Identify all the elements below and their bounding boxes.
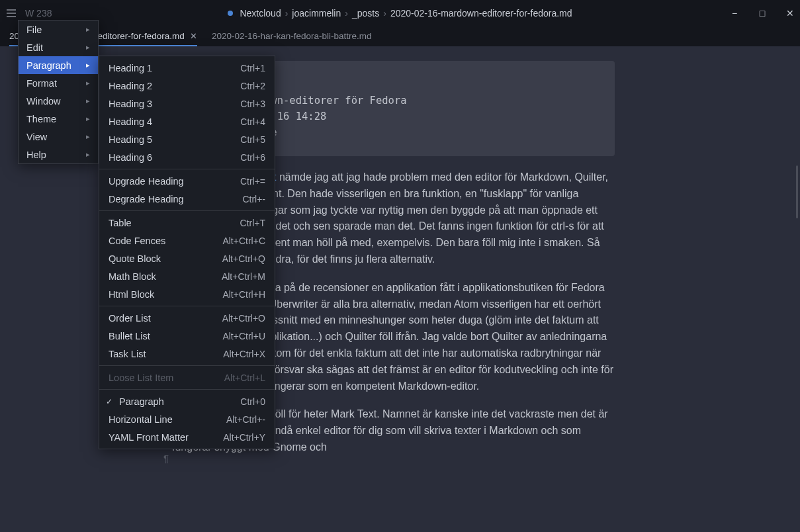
main-menu: File▸Edit▸Paragraph▸Format▸Window▸Theme▸… xyxy=(18,20,99,164)
check-icon: ✓ xyxy=(106,397,115,406)
submenu-item-label: Code Fences xyxy=(109,236,165,246)
chevron-right-icon: ▸ xyxy=(86,114,90,123)
submenu-item-bullet-list[interactable]: Bullet ListAlt+Ctrl+U xyxy=(99,327,275,345)
submenu-item-quote-block[interactable]: Quote BlockAlt+Ctrl+Q xyxy=(99,249,275,267)
menu-item-view[interactable]: View▸ xyxy=(19,128,98,146)
crumb-3[interactable]: 2020-02-16-mardown-editorer-for-fedora.m… xyxy=(390,8,572,19)
menu-icon[interactable] xyxy=(5,7,17,19)
menu-item-label: Window xyxy=(26,96,61,107)
submenu-item-label: Heading 4 xyxy=(109,116,152,127)
submenu-item-yaml-front-matter[interactable]: YAML Front MatterAlt+Ctrl+Y xyxy=(99,428,275,446)
submenu-item-label: Heading 1 xyxy=(109,63,152,73)
submenu-item-heading-6[interactable]: Heading 6Ctrl+6 xyxy=(99,148,275,166)
menu-item-help[interactable]: Help▸ xyxy=(19,146,98,163)
submenu-item-heading-2[interactable]: Heading 2Ctrl+2 xyxy=(99,77,275,95)
submenu-item-paragraph[interactable]: ✓ParagraphCtrl+0 xyxy=(99,392,275,410)
submenu-item-heading-1[interactable]: Heading 1Ctrl+1 xyxy=(99,59,275,77)
shortcut-label: Ctrl+6 xyxy=(240,152,265,163)
submenu-item-label: Heading 3 xyxy=(109,99,152,109)
chevron-right-icon: › xyxy=(285,8,289,19)
shortcut-label: Alt+Ctrl+Y xyxy=(223,432,265,443)
window-close-button[interactable]: ✕ xyxy=(785,8,795,19)
chevron-right-icon: ▸ xyxy=(86,97,90,105)
menu-separator xyxy=(99,210,275,211)
chevron-right-icon: ▸ xyxy=(86,25,90,34)
submenu-item-label: YAML Front Matter xyxy=(109,432,189,443)
pilcrow-icon: ¶ xyxy=(163,453,169,464)
submenu-item-label: Bullet List xyxy=(109,331,150,341)
submenu-item-label: Horizontal Line xyxy=(109,414,173,425)
crumb-2[interactable]: _posts xyxy=(352,8,379,19)
tab-1[interactable]: 2020-02-16-har-kan-fedora-bli-battre.md xyxy=(212,26,372,46)
paragraph-submenu: Heading 1Ctrl+1Heading 2Ctrl+2Heading 3C… xyxy=(99,56,275,449)
submenu-item-label: Loose List Item xyxy=(109,373,173,383)
submenu-item-order-list[interactable]: Order ListAlt+Ctrl+O xyxy=(99,309,275,327)
shortcut-label: Ctrl+- xyxy=(242,194,265,204)
shortcut-label: Alt+Ctrl+- xyxy=(226,414,265,425)
breadcrumb: Nextcloud › joacimmelin › _posts › 2020-… xyxy=(0,8,800,19)
menu-separator xyxy=(99,306,275,306)
shortcut-label: Alt+Ctrl+H xyxy=(222,289,265,300)
submenu-item-horizontal-line[interactable]: Horizontal LineAlt+Ctrl+- xyxy=(99,410,275,428)
shortcut-label: Ctrl+5 xyxy=(240,134,265,145)
submenu-item-upgrade-heading[interactable]: Upgrade HeadingCtrl+= xyxy=(99,172,275,190)
menu-item-theme[interactable]: Theme▸ xyxy=(19,110,98,128)
shortcut-label: Alt+Ctrl+O xyxy=(222,313,265,324)
submenu-item-math-block[interactable]: Math BlockAlt+Ctrl+M xyxy=(99,267,275,285)
menu-item-label: View xyxy=(26,132,47,142)
close-icon[interactable]: ✕ xyxy=(190,31,197,41)
window-minimize-button[interactable]: − xyxy=(730,8,739,19)
scrollbar-thumb[interactable] xyxy=(796,165,798,218)
submenu-item-heading-4[interactable]: Heading 4Ctrl+4 xyxy=(99,112,275,130)
submenu-item-loose-list-item: Loose List ItemAlt+Ctrl+L xyxy=(99,369,275,386)
submenu-item-label: Math Block xyxy=(109,271,156,282)
shortcut-label: Ctrl+1 xyxy=(240,63,265,73)
submenu-item-degrade-heading[interactable]: Degrade HeadingCtrl+- xyxy=(99,190,275,208)
submenu-item-label: Heading 2 xyxy=(109,81,152,91)
chevron-right-icon: ▸ xyxy=(86,132,90,141)
window-maximize-button[interactable]: □ xyxy=(758,8,767,19)
titlebar: W 238 Nextcloud › joacimmelin › _posts ›… xyxy=(0,0,800,26)
shortcut-label: Ctrl+= xyxy=(240,176,265,187)
menu-item-format[interactable]: Format▸ xyxy=(19,74,98,92)
menu-item-label: Paragraph xyxy=(26,60,71,71)
tab-label: 2020-02-16-har-kan-fedora-bli-battre.md xyxy=(212,31,372,41)
submenu-item-task-list[interactable]: Task ListAlt+Ctrl+X xyxy=(99,345,275,363)
submenu-item-table[interactable]: TableCtrl+T xyxy=(99,214,275,232)
submenu-item-label: Heading 5 xyxy=(109,134,152,145)
submenu-item-label: Paragraph xyxy=(119,396,164,407)
menu-item-label: Edit xyxy=(26,42,43,53)
shortcut-label: Alt+Ctrl+C xyxy=(222,236,265,246)
crumb-1[interactable]: joacimmelin xyxy=(292,8,341,19)
submenu-item-label: Table xyxy=(109,218,132,228)
menu-item-edit[interactable]: Edit▸ xyxy=(19,38,98,56)
shortcut-label: Alt+Ctrl+U xyxy=(222,331,265,341)
menu-item-file[interactable]: File▸ xyxy=(19,21,98,38)
chevron-right-icon: › xyxy=(383,8,386,19)
shortcut-label: Ctrl+0 xyxy=(240,396,265,407)
menu-item-label: Format xyxy=(26,78,57,89)
submenu-item-label: Heading 6 xyxy=(109,152,152,163)
menu-separator xyxy=(99,389,275,390)
chevron-right-icon: ▸ xyxy=(86,79,90,87)
shortcut-label: Alt+Ctrl+L xyxy=(224,373,265,383)
shortcut-label: Alt+Ctrl+X xyxy=(223,349,265,359)
submenu-item-heading-3[interactable]: Heading 3Ctrl+3 xyxy=(99,95,275,112)
shortcut-label: Alt+Ctrl+M xyxy=(222,271,265,282)
submenu-item-label: Degrade Heading xyxy=(109,194,184,204)
shortcut-label: Ctrl+3 xyxy=(240,99,265,109)
shortcut-label: Alt+Ctrl+Q xyxy=(222,253,265,264)
menu-item-paragraph[interactable]: Paragraph▸ xyxy=(19,56,98,74)
menu-item-label: Theme xyxy=(26,114,56,124)
submenu-item-heading-5[interactable]: Heading 5Ctrl+5 xyxy=(99,130,275,148)
shortcut-label: Ctrl+4 xyxy=(240,116,265,127)
modified-dot-icon xyxy=(228,11,233,16)
menu-item-window[interactable]: Window▸ xyxy=(19,92,98,110)
submenu-item-code-fences[interactable]: Code FencesAlt+Ctrl+C xyxy=(99,232,275,249)
chevron-right-icon: › xyxy=(345,8,348,19)
crumb-0[interactable]: Nextcloud xyxy=(240,8,281,19)
submenu-item-label: Task List xyxy=(109,349,146,359)
word-count: W 238 xyxy=(25,8,52,19)
submenu-item-html-block[interactable]: Html BlockAlt+Ctrl+H xyxy=(99,285,275,303)
submenu-item-label: Quote Block xyxy=(109,253,161,264)
